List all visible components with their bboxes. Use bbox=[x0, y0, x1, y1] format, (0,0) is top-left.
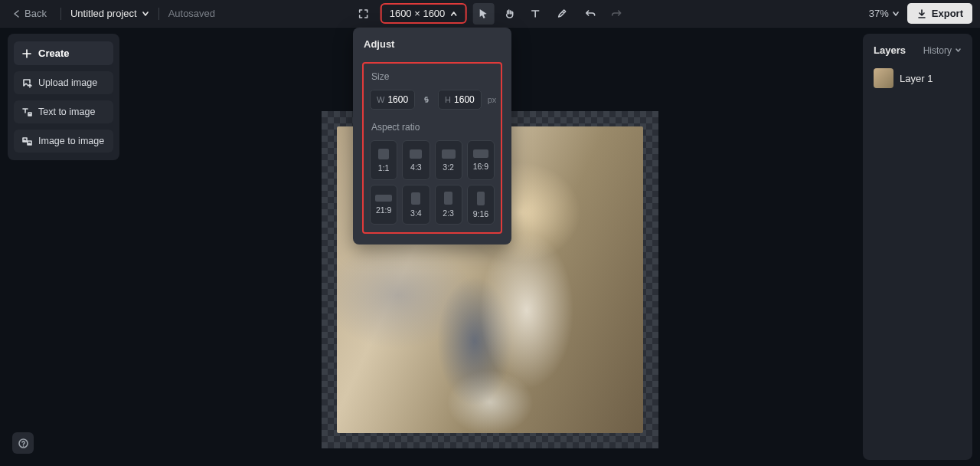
top-bar: Back Untitled project Autosaved 1600 × 1… bbox=[0, 0, 980, 28]
text-to-image-label: Text to image bbox=[38, 107, 95, 117]
text-icon bbox=[530, 8, 541, 19]
height-input[interactable]: H 1600 bbox=[438, 90, 482, 110]
ratio-label: 3:4 bbox=[410, 208, 422, 218]
hand-icon bbox=[504, 8, 515, 19]
text-to-image-icon bbox=[21, 107, 32, 117]
layers-title: Layers bbox=[874, 44, 906, 56]
create-button[interactable]: Create bbox=[14, 41, 113, 65]
ratio-16-9[interactable]: 16:9 bbox=[467, 140, 495, 180]
text-to-image-button[interactable]: Text to image bbox=[14, 100, 113, 123]
eyedropper-tool[interactable] bbox=[550, 3, 572, 25]
ratio-label: 16:9 bbox=[473, 162, 488, 171]
ratio-3-4[interactable]: 3:4 bbox=[402, 185, 430, 225]
layer-item[interactable]: Layer 1 bbox=[869, 65, 966, 91]
project-name: Untitled project bbox=[70, 8, 137, 19]
ratio-label: 2:3 bbox=[443, 208, 454, 218]
size-row: W 1600 H 1600 px bbox=[370, 90, 495, 110]
ratio-4-3[interactable]: 4:3 bbox=[402, 140, 430, 180]
back-button[interactable]: Back bbox=[8, 5, 51, 22]
export-label: Export bbox=[932, 8, 963, 19]
link-icon bbox=[421, 94, 432, 105]
height-value: 1600 bbox=[454, 94, 475, 105]
chevron-down-icon bbox=[142, 10, 149, 18]
zoom-label: 37% bbox=[869, 8, 889, 19]
width-input[interactable]: W 1600 bbox=[370, 90, 415, 110]
adjust-size-section: Size W 1600 H 1600 px Aspect ratio 1:1 bbox=[362, 62, 502, 234]
right-panel-header: Layers History bbox=[869, 41, 966, 65]
image-to-image-label: Image to image bbox=[38, 136, 104, 146]
layer-thumbnail bbox=[874, 68, 893, 88]
chevron-up-icon bbox=[449, 10, 457, 18]
redo-icon bbox=[611, 8, 622, 19]
ratio-shape-icon bbox=[477, 192, 485, 205]
ratio-label: 4:3 bbox=[410, 162, 422, 172]
adjust-popover: Adjust Size W 1600 H 1600 px Aspect rati… bbox=[353, 28, 511, 244]
cursor-icon bbox=[478, 8, 489, 19]
ratio-shape-icon bbox=[378, 149, 389, 159]
aspect-ratio-grid: 1:1 4:3 3:2 16:9 21:9 3:4 bbox=[370, 140, 495, 225]
ratio-label: 1:1 bbox=[378, 163, 390, 172]
upload-image-icon bbox=[21, 77, 32, 88]
chevron-down-icon bbox=[955, 47, 962, 54]
help-button[interactable] bbox=[12, 432, 34, 454]
divider bbox=[158, 8, 159, 20]
undo-button[interactable] bbox=[580, 3, 601, 25]
ratio-label: 3:2 bbox=[443, 162, 454, 172]
history-label: History bbox=[923, 45, 952, 56]
upload-image-button[interactable]: Upload image bbox=[14, 71, 113, 94]
export-button[interactable]: Export bbox=[907, 3, 972, 24]
expand-icon bbox=[358, 8, 370, 20]
project-name-dropdown[interactable]: Untitled project bbox=[70, 8, 149, 19]
image-to-image-icon bbox=[21, 136, 32, 146]
layer-name: Layer 1 bbox=[900, 73, 933, 84]
ratio-shape-icon bbox=[411, 192, 420, 205]
select-tool[interactable] bbox=[472, 3, 494, 25]
ratio-1-1[interactable]: 1:1 bbox=[370, 140, 397, 180]
history-group bbox=[580, 3, 627, 25]
ratio-shape-icon bbox=[442, 149, 456, 159]
dimensions-dropdown[interactable]: 1600 × 1600 bbox=[382, 5, 466, 22]
undo-icon bbox=[585, 8, 596, 19]
image-to-image-button[interactable]: Image to image bbox=[14, 130, 113, 153]
width-prefix: W bbox=[377, 95, 384, 104]
eyedropper-icon bbox=[556, 8, 567, 19]
ratio-shape-icon bbox=[375, 195, 392, 202]
back-label: Back bbox=[24, 8, 47, 19]
aspect-ratio-label: Aspect ratio bbox=[370, 122, 495, 133]
top-bar-right: 37% Export bbox=[869, 3, 972, 24]
chevron-left-icon bbox=[12, 9, 21, 18]
left-sidebar: Create Upload image Text to image Image … bbox=[8, 34, 119, 160]
plus-icon bbox=[21, 48, 32, 59]
history-dropdown[interactable]: History bbox=[923, 45, 962, 56]
ratio-9-16[interactable]: 9:16 bbox=[467, 185, 495, 225]
chevron-down-icon bbox=[892, 10, 900, 18]
ratio-3-2[interactable]: 3:2 bbox=[435, 140, 462, 180]
redo-button[interactable] bbox=[606, 3, 627, 25]
ratio-shape-icon bbox=[473, 149, 488, 158]
width-value: 1600 bbox=[387, 94, 408, 105]
px-label: px bbox=[486, 95, 497, 104]
link-dimensions-toggle[interactable] bbox=[420, 94, 433, 105]
ratio-21-9[interactable]: 21:9 bbox=[370, 185, 397, 225]
hand-tool[interactable] bbox=[498, 3, 520, 25]
text-tool[interactable] bbox=[524, 3, 546, 25]
ratio-shape-icon bbox=[410, 149, 422, 159]
divider bbox=[60, 8, 61, 20]
top-bar-center: 1600 × 1600 bbox=[353, 3, 628, 25]
tool-group bbox=[472, 3, 572, 25]
size-label: Size bbox=[370, 71, 495, 82]
download-icon bbox=[916, 8, 927, 19]
ratio-label: 9:16 bbox=[473, 209, 488, 218]
zoom-dropdown[interactable]: 37% bbox=[869, 8, 900, 19]
ratio-label: 21:9 bbox=[376, 205, 391, 215]
height-prefix: H bbox=[445, 95, 451, 104]
ratio-shape-icon bbox=[444, 192, 452, 205]
create-label: Create bbox=[38, 48, 69, 59]
adjust-title: Adjust bbox=[362, 38, 502, 50]
autosaved-status: Autosaved bbox=[168, 8, 215, 19]
upload-image-label: Upload image bbox=[38, 77, 97, 88]
ratio-2-3[interactable]: 2:3 bbox=[435, 185, 462, 225]
dimensions-label: 1600 × 1600 bbox=[390, 8, 446, 19]
extend-canvas-button[interactable] bbox=[353, 3, 374, 25]
right-sidebar: Layers History Layer 1 bbox=[863, 34, 972, 460]
